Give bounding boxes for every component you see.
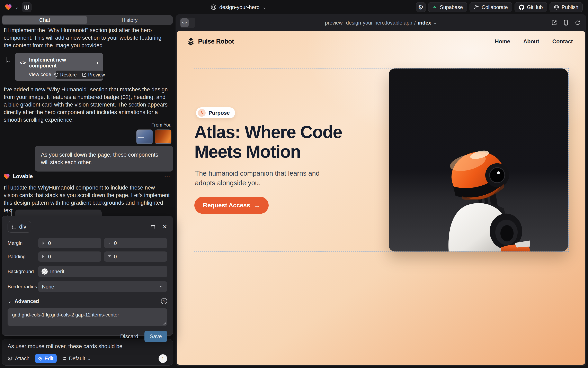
site-brand[interactable]: Pulse Robot (187, 37, 234, 46)
attach-button[interactable]: Attach (8, 356, 29, 361)
edit-tool-icon (7, 212, 12, 216)
advanced-collapse-chevron[interactable]: ⌄ (8, 298, 12, 304)
pulse-icon (198, 109, 206, 117)
badge-label: Purpose (209, 110, 230, 116)
composer-input[interactable]: As user mouse roll over, these cards sho… (8, 343, 167, 350)
open-in-new-tab-button[interactable] (551, 20, 557, 25)
collaborate-button[interactable]: Collaborate (470, 2, 512, 12)
pulse-robot-logo-icon (187, 37, 195, 46)
padding-y-input[interactable]: 0 (104, 251, 167, 262)
code-icon: <> (20, 60, 26, 66)
nav-contact[interactable]: Contact (552, 38, 573, 45)
discard-button[interactable]: Discard (120, 333, 138, 340)
robot-illustration (419, 87, 530, 252)
chevron-down-icon (159, 284, 163, 289)
external-link-icon (82, 73, 86, 77)
attachment-thumbnail-blue[interactable] (136, 129, 153, 144)
gear-icon: ⚙ (418, 4, 424, 11)
trash-icon (151, 224, 155, 230)
assistant-message-2: I've added a new "Why Humanoid" section … (4, 86, 170, 124)
close-panel-button[interactable]: ✕ (162, 223, 167, 230)
selected-element-pill[interactable]: div (8, 221, 31, 233)
padding-x-icon (42, 255, 46, 259)
assistant-message-1: I'll implement the "Why Humanoid" sectio… (4, 27, 170, 49)
classes-textarea[interactable]: grid grid-cols-1 lg:grid-cols-2 gap-12 i… (8, 308, 167, 326)
advanced-label[interactable]: Advanced (15, 298, 39, 304)
delete-element-button[interactable] (151, 224, 155, 230)
margin-x-input[interactable]: 0 (38, 238, 101, 248)
margin-label: Margin (8, 240, 38, 246)
supabase-button[interactable]: Supabase (428, 2, 467, 12)
message-overflow-menu[interactable]: ⋯ (164, 173, 171, 180)
transparency-swatch-icon (42, 268, 48, 275)
mobile-preview-button[interactable] (563, 20, 568, 26)
site-viewport: Pulse Robot Home About Contact Purpose A… (177, 31, 585, 365)
publish-globe-icon (554, 4, 559, 10)
collaborate-people-icon (474, 4, 479, 10)
save-button[interactable]: Save (144, 331, 167, 342)
model-mode-selector[interactable]: Default ⌄ (62, 356, 91, 361)
element-inspector-panel: div ✕ Margin 0 (2, 216, 173, 336)
background-input[interactable]: Inherit (38, 266, 167, 277)
sidebar-panel-icon (24, 4, 29, 10)
purpose-badge: Purpose (196, 107, 235, 118)
chat-sidebar: Chat History I'll implement the "Why Hum… (0, 14, 174, 368)
preview-pane: <> preview--design-your-hero.lovable.app… (176, 14, 586, 366)
lovable-heart-icon (4, 174, 10, 179)
assistant-name: Lovable (13, 173, 33, 180)
attachment-thumbnail-orange[interactable] (155, 129, 171, 144)
chat-history-tabs: Chat History (2, 15, 173, 25)
restore-button[interactable]: Restore (54, 72, 77, 78)
attach-image-icon (8, 356, 13, 361)
settings-button[interactable]: ⚙ (416, 2, 426, 12)
sidebar-toggle-button[interactable] (22, 2, 31, 12)
app-topbar: ⌄ design-your-hero ⌄ ⚙ Supabase (0, 0, 588, 14)
publish-button[interactable]: Publish (550, 2, 583, 12)
tab-chat[interactable]: Chat (2, 16, 87, 24)
github-button[interactable]: GitHub (514, 2, 547, 12)
help-icon[interactable]: ? (161, 298, 167, 304)
padding-label: Padding (8, 254, 38, 259)
nav-home[interactable]: Home (495, 38, 510, 45)
send-button[interactable]: ↑ (159, 354, 167, 363)
site-header: Pulse Robot Home About Contact (187, 37, 573, 46)
assistant-header: Lovable ⋯ (4, 173, 171, 180)
border-radius-select[interactable]: None (38, 281, 167, 292)
margin-y-input[interactable]: 0 (104, 238, 167, 248)
hero-heading: Atlas: Where Code Meets Motion (194, 122, 342, 162)
project-name: design-your-hero (219, 4, 260, 10)
github-icon (519, 4, 524, 10)
preview-button[interactable]: Preview (82, 72, 105, 78)
hero-subtitle: The humanoid companion that learns and a… (195, 168, 330, 188)
target-icon (38, 356, 43, 361)
tab-history[interactable]: History (87, 16, 172, 24)
margin-y-icon (107, 241, 112, 245)
edit-mode-button[interactable]: Edit (35, 354, 57, 363)
bookmark-icon[interactable] (6, 56, 11, 63)
sliders-icon (62, 356, 67, 361)
nav-about[interactable]: About (523, 38, 539, 45)
restore-icon (54, 73, 58, 77)
external-link-icon (551, 20, 557, 25)
workspace-chevron-icon[interactable]: ⌄ (15, 4, 19, 10)
refresh-button[interactable] (575, 20, 580, 25)
lovable-heart-logo[interactable] (5, 4, 12, 10)
element-outline-icon (12, 225, 16, 229)
project-chevron-icon: ⌄ (263, 4, 266, 10)
chat-composer[interactable]: As user mouse roll over, these cards sho… (2, 339, 173, 366)
border-radius-label: Border radius (8, 284, 38, 289)
padding-y-icon (107, 255, 112, 259)
project-switcher[interactable]: design-your-hero ⌄ (211, 0, 266, 14)
request-access-button[interactable]: Request Access → (194, 197, 269, 214)
element-tag: div (19, 224, 26, 230)
preview-url[interactable]: preview--design-your-hero.lovable.app / … (176, 14, 586, 31)
refresh-icon (575, 20, 580, 25)
version-actions: Restore Preview (56, 71, 103, 79)
resize-grip-icon[interactable] (163, 322, 166, 325)
mode-chevron-icon: ⌄ (87, 356, 91, 361)
hero-robot-image (389, 68, 568, 251)
margin-x-icon (42, 241, 46, 245)
preview-toolbar: <> preview--design-your-hero.lovable.app… (176, 14, 586, 31)
supabase-icon (433, 5, 437, 9)
padding-x-input[interactable]: 0 (38, 251, 101, 262)
